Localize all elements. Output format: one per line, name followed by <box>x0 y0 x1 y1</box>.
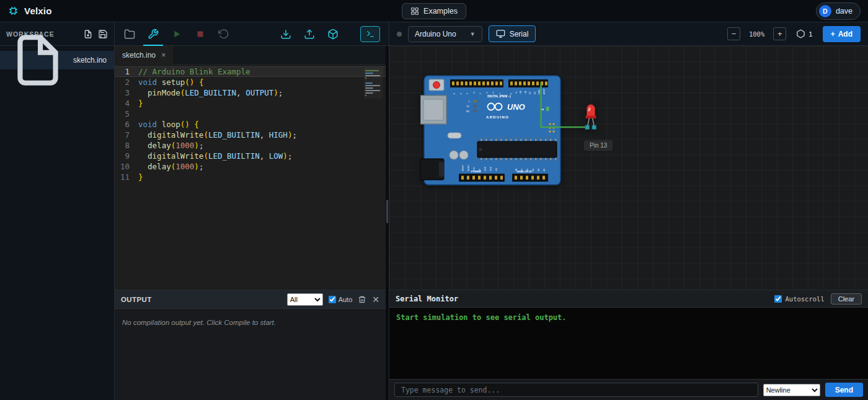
svg-text:12: 12 <box>529 92 531 94</box>
file-item-sketch-ino[interactable]: sketch.ino <box>0 51 114 69</box>
svg-text:1: 1 <box>460 93 463 94</box>
svg-text:~11: ~11 <box>525 91 527 94</box>
file-icon <box>7 30 68 91</box>
code-line[interactable]: 5 <box>115 109 386 119</box>
add-label: Add <box>838 30 852 38</box>
svg-text:~5: ~5 <box>486 92 489 94</box>
output-panel: OUTPUT All Auto ✕ <box>115 290 386 400</box>
svg-text:TX: TX <box>466 105 469 108</box>
library-cube-button[interactable] <box>327 22 339 46</box>
svg-text:VIN: VIN <box>495 167 498 171</box>
upload-button[interactable] <box>303 22 316 46</box>
zoom-in-button[interactable]: + <box>773 27 786 40</box>
user-menu[interactable]: D dave <box>816 2 861 20</box>
compile-button[interactable] <box>147 22 159 46</box>
run-button[interactable] <box>170 22 183 46</box>
line-ending-select[interactable]: Newline <box>763 384 820 396</box>
open-folder-button[interactable] <box>123 22 136 46</box>
code-line[interactable]: 8 delay(1000); <box>115 140 386 151</box>
svg-text:ANALOG IN: ANALOG IN <box>517 170 532 173</box>
code-line[interactable]: 4} <box>115 98 386 109</box>
serial-output: Start simulation to see serial output. <box>389 308 868 379</box>
code-line[interactable]: 6void loop() { <box>115 119 386 130</box>
svg-text:~3: ~3 <box>473 92 476 94</box>
output-header: OUTPUT All Auto ✕ <box>115 290 386 309</box>
simulation-toolbar: Arduino Uno ▼ Serial − 100% + 1 + Add <box>389 22 868 45</box>
editor-toolbar <box>115 22 389 45</box>
code-editor[interactable]: 1// Arduino Blink Example2void setup() {… <box>115 64 386 290</box>
auto-checkbox[interactable] <box>329 296 336 303</box>
monitor-icon <box>496 29 505 38</box>
code-line[interactable]: 10 delay(1000); <box>115 161 386 172</box>
output-filter-select[interactable]: All <box>287 293 323 306</box>
serial-message-input[interactable] <box>394 383 758 397</box>
tab-bar: sketch.ino × <box>115 46 386 64</box>
svg-text:GND: GND <box>484 166 487 171</box>
workspace-sidebar: sketch.ino <box>0 46 115 400</box>
brand: Velxio <box>7 5 52 17</box>
tab-sketch-ino[interactable]: sketch.ino × <box>115 46 174 64</box>
code-line[interactable]: 7 digitalWrite(LED_BUILTIN, HIGH); <box>115 130 386 140</box>
simulation-canvas[interactable]: 012~34~5~678~9~10~111213GNDAREF DIGITAL … <box>389 46 868 290</box>
close-output-icon[interactable]: ✕ <box>372 295 379 304</box>
zoom-out-button[interactable]: − <box>727 27 740 40</box>
device-select[interactable]: Arduino Uno ▼ <box>408 26 482 42</box>
auto-checkbox-label[interactable]: Auto <box>329 296 353 303</box>
usb-connector <box>420 96 446 124</box>
trash-icon[interactable] <box>358 295 366 304</box>
chevron-down-icon: ▼ <box>470 31 476 37</box>
add-component-button[interactable]: + Add <box>823 26 861 42</box>
download-button[interactable] <box>280 22 292 46</box>
svg-text:8: 8 <box>510 93 513 94</box>
svg-text:A3: A3 <box>532 169 534 171</box>
autoscroll-checkbox-label[interactable]: Autoscroll <box>774 295 824 303</box>
serial-input-row: Newline Send <box>389 379 868 400</box>
clear-serial-button[interactable]: Clear <box>831 293 862 304</box>
zoom-level: 100% <box>749 30 764 38</box>
svg-text:DIGITAL (PWM ~): DIGITAL (PWM ~) <box>487 95 511 98</box>
svg-text:GND: GND <box>490 166 492 171</box>
output-body: No compilation output yet. Click Compile… <box>115 309 386 400</box>
simulation-column: 012~34~5~678~9~10~111213GNDAREF DIGITAL … <box>389 46 868 400</box>
examples-grid-icon <box>410 7 419 16</box>
code-line[interactable]: 2void setup() { <box>115 77 386 87</box>
reset-button[interactable] <box>218 22 230 46</box>
device-select-value: Arduino Uno <box>415 30 456 38</box>
code-line[interactable]: 11} <box>115 172 386 182</box>
svg-text:L: L <box>469 100 470 103</box>
splitter-grip[interactable] <box>386 200 388 223</box>
examples-button[interactable]: Examples <box>402 3 466 19</box>
svg-text:UNO: UNO <box>507 102 525 112</box>
minimap[interactable] <box>364 68 383 99</box>
status-indicator-dot <box>397 32 402 37</box>
box-icon <box>796 29 805 38</box>
terminal-toggle-button[interactable] <box>360 26 380 42</box>
tab-close-icon[interactable]: × <box>161 50 166 60</box>
app-name: Velxio <box>24 6 52 16</box>
svg-text:13: 13 <box>534 92 536 94</box>
save-icon[interactable] <box>98 29 108 39</box>
send-button[interactable]: Send <box>825 383 863 397</box>
main-area: sketch.ino sketch.ino × 1// Arduino Blin… <box>0 46 868 400</box>
pin-tooltip: Pin 13 <box>584 140 613 151</box>
topbar: Velxio Examples D dave <box>0 0 868 22</box>
serial-view-button[interactable]: Serial <box>489 25 536 42</box>
svg-text:A5: A5 <box>543 169 546 171</box>
code-line[interactable]: 1// Arduino Blink Example <box>115 66 386 77</box>
autoscroll-checkbox[interactable] <box>774 295 782 303</box>
serial-monitor-panel: Serial Monitor Autoscroll Clear Start si… <box>389 290 868 400</box>
plus-icon: + <box>831 30 835 38</box>
stop-button[interactable] <box>194 22 206 46</box>
output-empty-message: No compilation output yet. Click Compile… <box>122 319 276 326</box>
svg-text:A4: A4 <box>538 169 540 171</box>
examples-label: Examples <box>423 7 458 16</box>
app-logo-chip-icon <box>7 5 19 17</box>
svg-text:4: 4 <box>479 93 482 94</box>
component-count: 1 <box>808 30 812 38</box>
code-line[interactable]: 3 pinMode(LED_BUILTIN, OUTPUT); <box>115 87 386 98</box>
serial-monitor-header: Serial Monitor Autoscroll Clear <box>389 290 868 308</box>
power-jack <box>420 159 444 180</box>
code-line[interactable]: 9 digitalWrite(LED_BUILTIN, LOW); <box>115 151 386 161</box>
svg-text:7: 7 <box>499 93 502 94</box>
new-file-icon[interactable] <box>83 29 93 39</box>
